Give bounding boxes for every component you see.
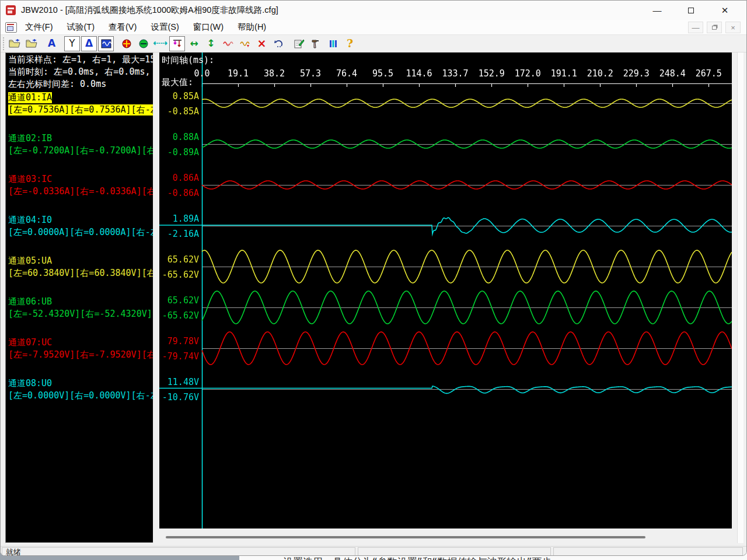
horizontal-scrollbar-thumb[interactable] <box>166 536 645 538</box>
menu-item-2[interactable]: 查看(V) <box>103 20 142 34</box>
undo-icon <box>274 40 284 48</box>
phase-a-icon: A <box>48 38 55 48</box>
app-logo-icon <box>6 5 16 15</box>
menu-item-3[interactable]: 设置(S) <box>145 20 184 34</box>
cursor-tool-icon <box>173 38 182 49</box>
minimize-icon: — <box>653 5 662 15</box>
channel-values-4: [左=0.0000A][右=0.0000A][右-左 <box>8 227 153 238</box>
time-tick-14: 267.5 <box>696 68 722 79</box>
channel-values-3: [左=-0.0336A][右=-0.0336A][右- <box>8 186 153 197</box>
min-value-IC: -0.86A <box>159 188 199 198</box>
channel-name-2[interactable]: 通道02:IB <box>8 133 52 144</box>
channel-name-8[interactable]: 通道08:U0 <box>8 378 52 389</box>
horizontal-scrollbar-track[interactable] <box>159 528 732 543</box>
histogram-bars-button[interactable] <box>325 36 341 51</box>
max-value-U0: 11.48V <box>159 377 199 387</box>
expand-horizontal-button[interactable]: ↔ <box>186 36 202 51</box>
delete-x-button[interactable]: × <box>254 36 270 51</box>
channel-name-6[interactable]: 通道06:UB <box>8 296 52 307</box>
channel-values-1: [左=0.7536A][右=0.7536A][右-左 <box>8 104 153 116</box>
help-button[interactable]: ? <box>342 36 358 51</box>
close-icon: ✕ <box>721 5 729 16</box>
time-tick-4: 76.4 <box>336 68 357 79</box>
channel-info-panel[interactable]: 当前采样点: 左=1, 右=1, 最大=15810当前时刻: 左=0.0ms, … <box>5 52 153 543</box>
hammer-tools-icon <box>311 39 322 48</box>
time-tick-1: 19.1 <box>228 68 249 79</box>
time-tick-7: 133.7 <box>442 68 468 79</box>
channel-values-6: [左=-52.4320V][右=-52.4320V][ <box>8 309 153 320</box>
edit-check-button[interactable] <box>291 36 307 51</box>
waveform-panel: 时间轴(ms): 最大值: 0.019.138.257.376.495.5114… <box>159 52 732 543</box>
compress-horizontal-button[interactable]: ⇠⇢ <box>152 36 168 51</box>
expand-vertical-button[interactable]: ↕ <box>203 36 219 51</box>
delta-button[interactable]: Δ <box>81 36 97 51</box>
vertical-scrollbar[interactable] <box>737 52 743 543</box>
min-value-UA: -65.62V <box>159 270 199 280</box>
menu-item-1[interactable]: 试验(T) <box>61 20 101 34</box>
status-bar: 就绪 <box>1 546 747 556</box>
min-value-IA: -0.85A <box>159 106 199 117</box>
channel-name-7[interactable]: 通道07:UC <box>8 337 52 348</box>
waveform-canvas[interactable] <box>159 52 732 528</box>
time-tick-3: 57.3 <box>300 68 321 79</box>
wye-button[interactable]: Y <box>64 36 80 51</box>
info-line-0: 当前采样点: 左=1, 右=1, 最大=15810 <box>8 54 153 65</box>
expand-vertical-icon: ↕ <box>207 38 215 48</box>
channel-values-8: [左=0.0000V][右=0.0000V][右-左 <box>8 390 153 401</box>
compress-circle-red-icon <box>122 39 131 48</box>
mdi-restore-button[interactable] <box>707 22 722 33</box>
open-file-button[interactable] <box>6 36 22 51</box>
phase-a-button[interactable]: A <box>44 36 60 51</box>
background-window-text: 设置选用，具体分为“参数设置”和“数据传输与波形输出”两步 <box>283 555 551 560</box>
toolbar: AYΔ⇠⇢↔↕×? <box>1 35 746 52</box>
cursor-tool-button[interactable] <box>169 36 185 51</box>
maximize-icon <box>688 8 694 13</box>
channel-name-1[interactable]: 通道01:IA <box>8 92 52 103</box>
menu-item-4[interactable]: 窗口(W) <box>187 20 229 34</box>
waveform-plot-area[interactable]: 时间轴(ms): 最大值: 0.019.138.257.376.495.5114… <box>159 52 732 528</box>
wave-window-button[interactable] <box>98 36 114 51</box>
minimize-button[interactable]: — <box>640 1 674 20</box>
expand-circle-green-button[interactable] <box>135 36 151 51</box>
time-tick-10: 191.1 <box>551 68 577 79</box>
document-icon[interactable] <box>5 22 17 33</box>
open-file-2-button[interactable] <box>23 36 39 51</box>
max-value-title: 最大值: <box>162 77 193 88</box>
open-file-icon <box>9 39 20 48</box>
time-tick-5: 95.5 <box>372 68 393 79</box>
max-value-IA: 0.85A <box>159 91 199 102</box>
hammer-tools-button[interactable] <box>308 36 324 51</box>
menu-items: 文件(F)试验(T)查看(V)设置(S)窗口(W)帮助(H) <box>17 20 272 34</box>
expand-circle-green-icon <box>139 39 148 48</box>
menu-item-0[interactable]: 文件(F) <box>19 20 59 34</box>
compress-circle-red-button[interactable] <box>118 36 134 51</box>
maximize-button[interactable] <box>674 1 708 20</box>
min-value-UB: -65.62V <box>159 310 199 321</box>
open-file-2-icon <box>26 39 37 48</box>
mdi-window-controls: — × <box>688 20 741 35</box>
channel-name-5[interactable]: 通道05:UA <box>8 256 52 267</box>
status-pane-3 <box>553 547 743 556</box>
time-axis-title: 时间轴(ms): <box>162 55 214 66</box>
min-value-I0: -2.16A <box>159 229 199 239</box>
max-value-IB: 0.88A <box>159 132 199 142</box>
time-tick-0: 0.0 <box>194 68 210 79</box>
mdi-minimize-button[interactable]: — <box>688 22 703 33</box>
wave-marker-button[interactable] <box>237 36 253 51</box>
overlap-waves-button[interactable] <box>220 36 236 51</box>
channel-name-3[interactable]: 通道03:IC <box>8 174 52 185</box>
min-value-U0: -10.76V <box>159 392 199 402</box>
undo-button[interactable] <box>271 36 287 51</box>
app-window: JBW2010 - [高阻消弧线圈接地系统1000欧姆A相90度非故障线路.cf… <box>0 0 747 556</box>
title-bar: JBW2010 - [高阻消弧线圈接地系统1000欧姆A相90度非故障线路.cf… <box>1 1 746 20</box>
toolbar-handle[interactable] <box>3 37 6 50</box>
close-button[interactable]: ✕ <box>708 1 742 20</box>
menu-item-5[interactable]: 帮助(H) <box>232 20 272 34</box>
time-tick-13: 248.4 <box>659 68 686 79</box>
mdi-close-button[interactable]: × <box>725 22 741 33</box>
help-icon: ? <box>347 38 353 49</box>
info-line-1: 当前时刻: 左=0.0ms, 右=0.0ms, 最大 <box>8 66 153 78</box>
channel-name-4[interactable]: 通道04:I0 <box>8 215 52 226</box>
window-title: JBW2010 - [高阻消弧线圈接地系统1000欧姆A相90度非故障线路.cf… <box>21 5 278 16</box>
time-tick-2: 38.2 <box>264 68 285 79</box>
